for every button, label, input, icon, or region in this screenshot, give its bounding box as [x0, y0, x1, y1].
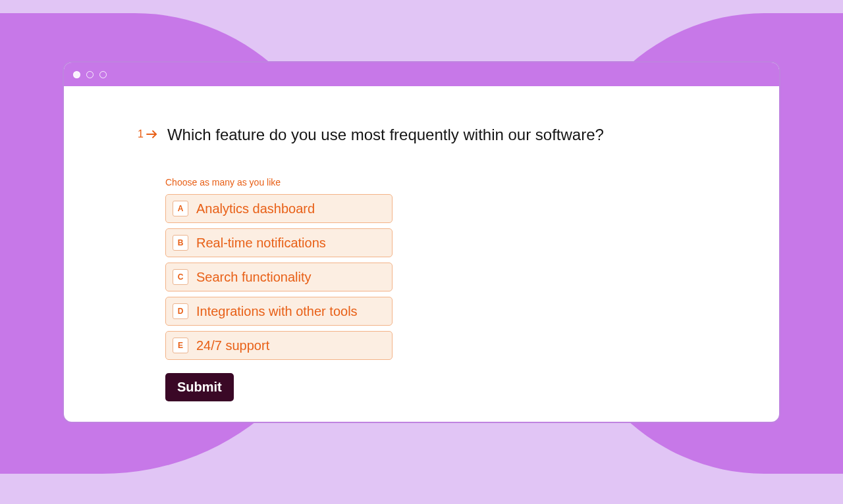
question-row: 1 Which feature do you use most frequent… — [138, 124, 753, 145]
form-content: 1 Which feature do you use most frequent… — [64, 86, 779, 421]
option-label: Search functionality — [196, 269, 312, 285]
option-e[interactable]: E 24/7 support — [165, 331, 393, 360]
question-number-text: 1 — [138, 128, 144, 140]
option-label: Real-time notifications — [196, 235, 326, 251]
submit-button[interactable]: Submit — [165, 373, 234, 401]
option-key: C — [173, 269, 188, 285]
window-control-close-icon — [73, 71, 80, 78]
option-d[interactable]: D Integrations with other tools — [165, 297, 393, 326]
window-title-bar — [64, 63, 779, 86]
arrow-right-icon — [146, 130, 158, 139]
window-control-zoom-icon — [99, 71, 107, 78]
option-key: E — [173, 338, 188, 353]
option-key: B — [173, 235, 188, 251]
option-label: 24/7 support — [196, 338, 269, 353]
window-control-minimize-icon — [86, 71, 94, 78]
option-a[interactable]: A Analytics dashboard — [165, 194, 393, 223]
option-label: Analytics dashboard — [196, 201, 315, 216]
option-b[interactable]: B Real-time notifications — [165, 228, 393, 257]
option-c[interactable]: C Search functionality — [165, 263, 393, 291]
option-label: Integrations with other tools — [196, 303, 358, 319]
answers-block: Choose as many as you like A Analytics d… — [165, 177, 753, 401]
question-number: 1 — [138, 128, 158, 140]
option-key: D — [173, 303, 188, 319]
question-text: Which feature do you use most frequently… — [167, 124, 604, 145]
selection-instructions: Choose as many as you like — [165, 177, 753, 188]
option-key: A — [173, 201, 188, 216]
browser-window: 1 Which feature do you use most frequent… — [63, 61, 780, 423]
